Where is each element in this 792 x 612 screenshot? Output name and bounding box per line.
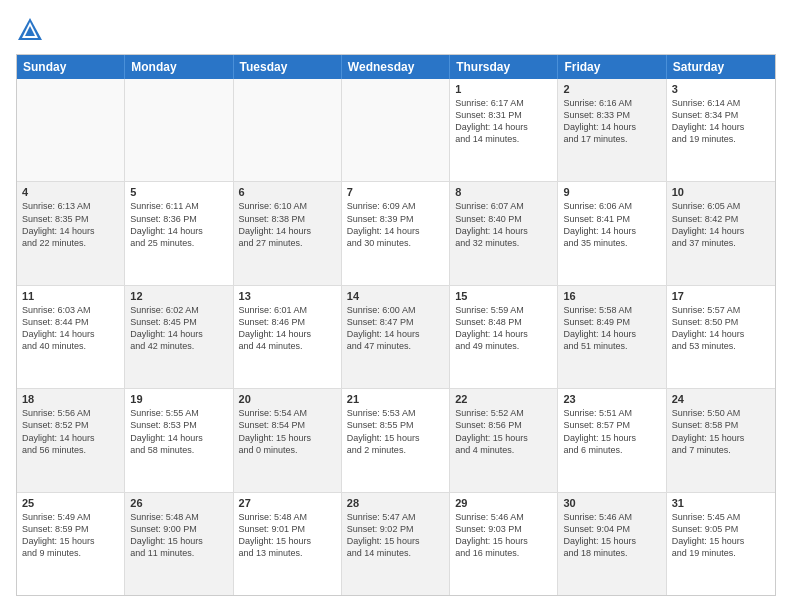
day-info: Sunrise: 5:56 AM Sunset: 8:52 PM Dayligh… [22, 407, 119, 456]
day-number: 12 [130, 290, 227, 302]
calendar-cell-1-0: 4Sunrise: 6:13 AM Sunset: 8:35 PM Daylig… [17, 182, 125, 284]
day-number: 31 [672, 497, 770, 509]
calendar-cell-1-6: 10Sunrise: 6:05 AM Sunset: 8:42 PM Dayli… [667, 182, 775, 284]
day-number: 22 [455, 393, 552, 405]
day-number: 1 [455, 83, 552, 95]
day-info: Sunrise: 5:57 AM Sunset: 8:50 PM Dayligh… [672, 304, 770, 353]
day-info: Sunrise: 6:03 AM Sunset: 8:44 PM Dayligh… [22, 304, 119, 353]
page: SundayMondayTuesdayWednesdayThursdayFrid… [0, 0, 792, 612]
day-info: Sunrise: 5:53 AM Sunset: 8:55 PM Dayligh… [347, 407, 444, 456]
calendar-cell-4-4: 29Sunrise: 5:46 AM Sunset: 9:03 PM Dayli… [450, 493, 558, 595]
day-info: Sunrise: 5:46 AM Sunset: 9:03 PM Dayligh… [455, 511, 552, 560]
day-info: Sunrise: 6:07 AM Sunset: 8:40 PM Dayligh… [455, 200, 552, 249]
header-cell-wednesday: Wednesday [342, 55, 450, 79]
calendar-cell-2-1: 12Sunrise: 6:02 AM Sunset: 8:45 PM Dayli… [125, 286, 233, 388]
day-number: 15 [455, 290, 552, 302]
calendar-cell-2-3: 14Sunrise: 6:00 AM Sunset: 8:47 PM Dayli… [342, 286, 450, 388]
calendar-cell-3-5: 23Sunrise: 5:51 AM Sunset: 8:57 PM Dayli… [558, 389, 666, 491]
day-number: 9 [563, 186, 660, 198]
day-number: 21 [347, 393, 444, 405]
day-number: 27 [239, 497, 336, 509]
day-info: Sunrise: 5:52 AM Sunset: 8:56 PM Dayligh… [455, 407, 552, 456]
calendar: SundayMondayTuesdayWednesdayThursdayFrid… [16, 54, 776, 596]
day-info: Sunrise: 5:46 AM Sunset: 9:04 PM Dayligh… [563, 511, 660, 560]
day-number: 13 [239, 290, 336, 302]
day-info: Sunrise: 6:06 AM Sunset: 8:41 PM Dayligh… [563, 200, 660, 249]
day-info: Sunrise: 6:02 AM Sunset: 8:45 PM Dayligh… [130, 304, 227, 353]
calendar-cell-1-3: 7Sunrise: 6:09 AM Sunset: 8:39 PM Daylig… [342, 182, 450, 284]
calendar-cell-0-2 [234, 79, 342, 181]
logo [16, 16, 48, 44]
calendar-cell-0-4: 1Sunrise: 6:17 AM Sunset: 8:31 PM Daylig… [450, 79, 558, 181]
calendar-row-2: 11Sunrise: 6:03 AM Sunset: 8:44 PM Dayli… [17, 286, 775, 389]
day-info: Sunrise: 6:17 AM Sunset: 8:31 PM Dayligh… [455, 97, 552, 146]
day-number: 10 [672, 186, 770, 198]
header-cell-sunday: Sunday [17, 55, 125, 79]
day-info: Sunrise: 5:49 AM Sunset: 8:59 PM Dayligh… [22, 511, 119, 560]
header-cell-monday: Monday [125, 55, 233, 79]
calendar-cell-0-0 [17, 79, 125, 181]
day-info: Sunrise: 6:11 AM Sunset: 8:36 PM Dayligh… [130, 200, 227, 249]
day-info: Sunrise: 5:47 AM Sunset: 9:02 PM Dayligh… [347, 511, 444, 560]
day-info: Sunrise: 6:05 AM Sunset: 8:42 PM Dayligh… [672, 200, 770, 249]
day-info: Sunrise: 5:51 AM Sunset: 8:57 PM Dayligh… [563, 407, 660, 456]
day-number: 28 [347, 497, 444, 509]
header [16, 16, 776, 44]
calendar-cell-0-3 [342, 79, 450, 181]
day-number: 7 [347, 186, 444, 198]
day-number: 4 [22, 186, 119, 198]
calendar-cell-2-4: 15Sunrise: 5:59 AM Sunset: 8:48 PM Dayli… [450, 286, 558, 388]
calendar-cell-3-1: 19Sunrise: 5:55 AM Sunset: 8:53 PM Dayli… [125, 389, 233, 491]
day-info: Sunrise: 5:50 AM Sunset: 8:58 PM Dayligh… [672, 407, 770, 456]
calendar-cell-4-5: 30Sunrise: 5:46 AM Sunset: 9:04 PM Dayli… [558, 493, 666, 595]
day-number: 30 [563, 497, 660, 509]
calendar-cell-3-3: 21Sunrise: 5:53 AM Sunset: 8:55 PM Dayli… [342, 389, 450, 491]
calendar-cell-4-2: 27Sunrise: 5:48 AM Sunset: 9:01 PM Dayli… [234, 493, 342, 595]
calendar-cell-3-6: 24Sunrise: 5:50 AM Sunset: 8:58 PM Dayli… [667, 389, 775, 491]
calendar-cell-2-5: 16Sunrise: 5:58 AM Sunset: 8:49 PM Dayli… [558, 286, 666, 388]
day-number: 20 [239, 393, 336, 405]
calendar-cell-3-2: 20Sunrise: 5:54 AM Sunset: 8:54 PM Dayli… [234, 389, 342, 491]
header-cell-friday: Friday [558, 55, 666, 79]
day-number: 24 [672, 393, 770, 405]
day-info: Sunrise: 5:48 AM Sunset: 9:00 PM Dayligh… [130, 511, 227, 560]
calendar-cell-2-2: 13Sunrise: 6:01 AM Sunset: 8:46 PM Dayli… [234, 286, 342, 388]
day-number: 19 [130, 393, 227, 405]
calendar-cell-0-6: 3Sunrise: 6:14 AM Sunset: 8:34 PM Daylig… [667, 79, 775, 181]
day-number: 29 [455, 497, 552, 509]
day-number: 8 [455, 186, 552, 198]
day-number: 18 [22, 393, 119, 405]
calendar-cell-1-1: 5Sunrise: 6:11 AM Sunset: 8:36 PM Daylig… [125, 182, 233, 284]
day-number: 14 [347, 290, 444, 302]
calendar-cell-0-1 [125, 79, 233, 181]
calendar-cell-1-2: 6Sunrise: 6:10 AM Sunset: 8:38 PM Daylig… [234, 182, 342, 284]
day-info: Sunrise: 5:59 AM Sunset: 8:48 PM Dayligh… [455, 304, 552, 353]
calendar-body: 1Sunrise: 6:17 AM Sunset: 8:31 PM Daylig… [17, 79, 775, 595]
day-info: Sunrise: 6:00 AM Sunset: 8:47 PM Dayligh… [347, 304, 444, 353]
logo-icon [16, 16, 44, 44]
day-info: Sunrise: 5:55 AM Sunset: 8:53 PM Dayligh… [130, 407, 227, 456]
calendar-cell-4-1: 26Sunrise: 5:48 AM Sunset: 9:00 PM Dayli… [125, 493, 233, 595]
day-number: 5 [130, 186, 227, 198]
day-number: 26 [130, 497, 227, 509]
day-info: Sunrise: 5:45 AM Sunset: 9:05 PM Dayligh… [672, 511, 770, 560]
day-info: Sunrise: 6:09 AM Sunset: 8:39 PM Dayligh… [347, 200, 444, 249]
calendar-cell-0-5: 2Sunrise: 6:16 AM Sunset: 8:33 PM Daylig… [558, 79, 666, 181]
header-cell-thursday: Thursday [450, 55, 558, 79]
calendar-cell-4-6: 31Sunrise: 5:45 AM Sunset: 9:05 PM Dayli… [667, 493, 775, 595]
header-cell-tuesday: Tuesday [234, 55, 342, 79]
calendar-cell-1-5: 9Sunrise: 6:06 AM Sunset: 8:41 PM Daylig… [558, 182, 666, 284]
calendar-cell-4-3: 28Sunrise: 5:47 AM Sunset: 9:02 PM Dayli… [342, 493, 450, 595]
day-info: Sunrise: 5:54 AM Sunset: 8:54 PM Dayligh… [239, 407, 336, 456]
day-info: Sunrise: 6:16 AM Sunset: 8:33 PM Dayligh… [563, 97, 660, 146]
day-number: 25 [22, 497, 119, 509]
day-number: 6 [239, 186, 336, 198]
day-number: 17 [672, 290, 770, 302]
calendar-cell-2-0: 11Sunrise: 6:03 AM Sunset: 8:44 PM Dayli… [17, 286, 125, 388]
day-number: 2 [563, 83, 660, 95]
day-info: Sunrise: 6:01 AM Sunset: 8:46 PM Dayligh… [239, 304, 336, 353]
day-number: 23 [563, 393, 660, 405]
day-info: Sunrise: 6:14 AM Sunset: 8:34 PM Dayligh… [672, 97, 770, 146]
day-info: Sunrise: 5:48 AM Sunset: 9:01 PM Dayligh… [239, 511, 336, 560]
day-info: Sunrise: 6:13 AM Sunset: 8:35 PM Dayligh… [22, 200, 119, 249]
